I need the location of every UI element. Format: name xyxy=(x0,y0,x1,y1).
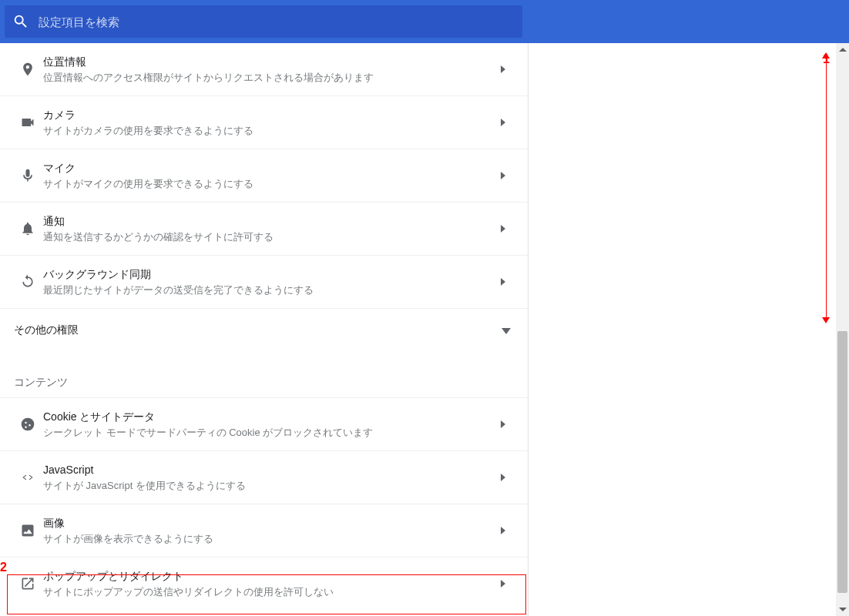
setting-desc: サイトが画像を表示できるようにする xyxy=(43,532,495,546)
cookie-icon xyxy=(12,417,43,432)
scroll-thumb[interactable] xyxy=(837,331,847,593)
setting-desc: 位置情報へのアクセス権限がサイトからリクエストされる場合があります xyxy=(43,71,495,85)
setting-title: 位置情報 xyxy=(43,54,495,69)
scrollbar[interactable] xyxy=(836,43,849,616)
setting-title: 画像 xyxy=(43,515,495,531)
chevron-right-icon xyxy=(495,65,511,73)
mic-icon xyxy=(12,168,43,183)
setting-title: カメラ xyxy=(43,107,495,122)
chevron-right-icon xyxy=(495,278,511,286)
setting-desc: 最近閉じたサイトがデータの送受信を完了できるようにする xyxy=(43,283,495,297)
chevron-right-icon xyxy=(495,474,511,481)
setting-title: ポップアップとリダイレクト xyxy=(43,568,495,584)
code-icon xyxy=(12,470,43,485)
camera-icon xyxy=(12,115,43,130)
popup-icon xyxy=(12,576,43,591)
setting-desc: サイトにポップアップの送信やリダイレクトの使用を許可しない xyxy=(43,585,495,599)
setting-title: バックグラウンド同期 xyxy=(43,266,495,282)
scroll-up-button[interactable] xyxy=(836,43,849,56)
other-content-settings-row[interactable]: その他のコンテンツの設定 xyxy=(0,610,528,616)
setting-desc: サイトがカメラの使用を要求できるようにする xyxy=(43,124,495,138)
chevron-right-icon xyxy=(495,420,511,428)
setting-desc: サイトがマイクの使用を要求できるようにする xyxy=(43,177,495,191)
setting-title: マイク xyxy=(43,160,495,176)
bell-icon xyxy=(12,221,43,236)
chevron-right-icon xyxy=(495,119,511,126)
search-input[interactable] xyxy=(29,15,515,28)
setting-title: JavaScript xyxy=(43,462,495,477)
chevron-right-icon xyxy=(495,225,511,233)
setting-row-notifications[interactable]: 通知通知を送信するかどうかの確認をサイトに許可する xyxy=(0,202,528,255)
setting-row-mic[interactable]: マイクサイトがマイクの使用を要求できるようにする xyxy=(0,149,528,202)
other-permissions-row[interactable]: その他の権限 xyxy=(0,308,528,351)
setting-title: Cookie とサイトデータ xyxy=(43,409,495,424)
setting-row-popups[interactable]: ポップアップとリダイレクトサイトにポップアップの送信やリダイレクトの使用を許可し… xyxy=(0,557,528,610)
image-icon xyxy=(12,523,43,538)
setting-row-camera[interactable]: カメラサイトがカメラの使用を要求できるようにする xyxy=(0,95,528,149)
content-section-header: コンテンツ xyxy=(0,351,528,397)
chevron-right-icon xyxy=(495,580,511,588)
search-container[interactable] xyxy=(5,5,522,38)
chevron-down-icon xyxy=(502,324,511,336)
setting-desc: サイトが JavaScript を使用できるようにする xyxy=(43,479,495,493)
settings-header xyxy=(0,0,849,43)
scroll-down-button[interactable] xyxy=(836,603,849,616)
setting-row-bgsync[interactable]: バックグラウンド同期最近閉じたサイトがデータの送受信を完了できるようにする xyxy=(0,255,528,308)
setting-row-cookies[interactable]: Cookie とサイトデータシークレット モードでサードパーティの Cookie… xyxy=(0,397,528,450)
setting-title: 通知 xyxy=(43,213,495,229)
setting-desc: 通知を送信するかどうかの確認をサイトに許可する xyxy=(43,230,495,244)
location-icon xyxy=(12,62,43,77)
setting-desc: シークレット モードでサードパーティの Cookie がブロックされています xyxy=(43,426,495,440)
other-permissions-label: その他の権限 xyxy=(14,323,79,337)
settings-panel: 位置情報位置情報へのアクセス権限がサイトからリクエストされる場合があります カメ… xyxy=(0,43,529,616)
empty-pane xyxy=(529,43,849,616)
annotation-label-2: 2 xyxy=(0,561,7,574)
chevron-right-icon xyxy=(495,527,511,534)
search-icon xyxy=(12,13,29,30)
setting-row-location[interactable]: 位置情報位置情報へのアクセス権限がサイトからリクエストされる場合があります xyxy=(0,43,528,95)
annotation-label-1: 1 xyxy=(823,52,830,66)
sync-icon xyxy=(12,274,43,290)
chevron-right-icon xyxy=(495,172,511,179)
setting-row-javascript[interactable]: JavaScriptサイトが JavaScript を使用できるようにする xyxy=(0,450,528,504)
setting-row-images[interactable]: 画像サイトが画像を表示できるようにする xyxy=(0,504,528,557)
